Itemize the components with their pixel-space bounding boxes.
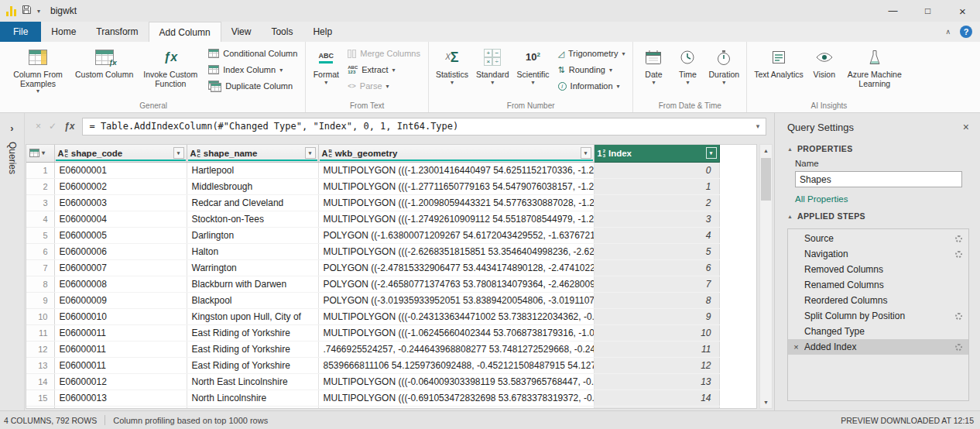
cell-shape-code[interactable]: E06000010 — [54, 308, 187, 324]
column-from-examples-button[interactable]: Column From Examples ▾ — [5, 43, 71, 95]
cell-wkb-geometry[interactable]: MULTIPOLYGON (((-2.6268351815851 53.3546… — [318, 243, 594, 259]
column-header-index[interactable]: 123 Index ▾ — [594, 145, 719, 162]
cell-index[interactable]: 2 — [594, 194, 719, 211]
gear-icon[interactable] — [955, 313, 962, 320]
tab-add-column[interactable]: Add Column — [149, 22, 221, 42]
tab-file[interactable]: File — [0, 22, 41, 42]
cell-shape-name[interactable]: Hartlepool — [187, 162, 318, 178]
tab-tools[interactable]: Tools — [261, 22, 303, 42]
cell-shape-name[interactable]: Blackpool — [187, 292, 318, 308]
cell-shape-code[interactable]: E06000004 — [54, 211, 187, 227]
filter-button[interactable]: ▾ — [305, 147, 316, 159]
cell-index[interactable]: 11 — [594, 341, 719, 357]
cell-index[interactable]: 10 — [594, 324, 719, 341]
cell-wkb-geometry[interactable]: POLYGON ((-1.03446400000363 54.053035603… — [318, 406, 594, 409]
cell-shape-code[interactable]: E06000003 — [54, 194, 187, 211]
cell-wkb-geometry[interactable]: MULTIPOLYGON (((-0.243133634471002 53.73… — [318, 308, 594, 324]
cell-index[interactable]: 13 — [594, 373, 719, 390]
cell-shape-name[interactable]: Middlesbrough — [187, 178, 318, 194]
rounding-button[interactable]: ⇅ Rounding ▾ — [553, 63, 630, 77]
extract-button[interactable]: ABC123 Extract ▾ — [343, 63, 425, 77]
row-number[interactable]: 5 — [26, 227, 54, 243]
row-number[interactable]: 4 — [26, 211, 54, 227]
cell-wkb-geometry[interactable]: MULTIPOLYGON (((-0.064009303398119 53.58… — [318, 373, 594, 390]
scroll-up-icon[interactable]: ▲ — [760, 145, 772, 156]
gear-icon[interactable] — [955, 251, 962, 258]
applied-step[interactable]: Changed Type — [788, 324, 968, 339]
tab-view[interactable]: View — [221, 22, 262, 42]
index-column-button[interactable]: Index Column ▾ — [204, 63, 302, 77]
formula-text[interactable]: = Table.AddIndexColumn(#"Changed Type", … — [89, 121, 750, 132]
cell-shape-code[interactable]: E06000011 — [54, 357, 187, 373]
duplicate-column-button[interactable]: Duplicate Column — [204, 79, 302, 93]
cell-index[interactable]: 8 — [594, 292, 719, 308]
cell-shape-code[interactable]: E06000005 — [54, 227, 187, 243]
cancel-formula-icon[interactable]: × — [36, 121, 41, 132]
cell-index[interactable]: 5 — [594, 243, 719, 259]
column-profiling-status[interactable]: Column profiling based on top 1000 rows — [113, 416, 268, 425]
help-icon[interactable]: ? — [960, 26, 972, 38]
filter-button[interactable]: ▾ — [706, 147, 717, 159]
applied-step[interactable]: Reordered Columns — [788, 293, 968, 308]
invoke-custom-function-button[interactable]: ƒx Invoke Custom Function — [137, 43, 204, 89]
statistics-button[interactable]: XΣ Statistics ▾ — [432, 43, 472, 87]
gear-icon[interactable] — [955, 344, 962, 351]
minimize-button[interactable]: — — [875, 0, 910, 22]
cell-index[interactable]: 15 — [594, 406, 719, 409]
information-button[interactable]: i Information ▾ — [553, 79, 630, 93]
format-button[interactable]: ABC Format ▾ — [309, 43, 343, 87]
query-name-input[interactable] — [795, 171, 962, 187]
cell-shape-code[interactable]: E06000002 — [54, 178, 187, 194]
tab-transform[interactable]: Transform — [86, 22, 148, 42]
cell-shape-code[interactable]: E06000012 — [54, 373, 187, 390]
vision-button[interactable]: Vision — [807, 43, 841, 81]
column-header-wkb-geometry[interactable]: ABC wkb_geometry ▾ — [318, 145, 594, 162]
applied-step[interactable]: Removed Columns — [788, 262, 968, 277]
cell-index[interactable]: 4 — [594, 227, 719, 243]
maximize-button[interactable]: □ — [910, 0, 945, 22]
applied-step[interactable]: Renamed Columns — [788, 277, 968, 293]
row-number[interactable]: 11 — [26, 324, 54, 341]
azure-machine-learning-button[interactable]: Azure Machine Learning — [841, 43, 908, 89]
cell-shape-code[interactable]: E06000001 — [54, 162, 187, 178]
row-number[interactable]: 16 — [26, 406, 54, 409]
commit-formula-icon[interactable]: ✓ — [49, 121, 57, 132]
expand-queries-icon[interactable]: › — [10, 122, 13, 134]
row-number[interactable]: 15 — [26, 390, 54, 406]
filter-button[interactable]: ▾ — [173, 147, 184, 159]
cell-shape-code[interactable]: E06000006 — [54, 243, 187, 259]
trigonometry-button[interactable]: ◿ Trigonometry ▾ — [553, 46, 630, 60]
row-number[interactable]: 6 — [26, 243, 54, 259]
cell-shape-name[interactable]: York — [187, 406, 318, 409]
expand-formula-bar-icon[interactable]: ▾ — [750, 118, 766, 135]
close-button[interactable]: × — [945, 0, 980, 22]
row-number[interactable]: 2 — [26, 178, 54, 194]
gear-icon[interactable] — [955, 235, 962, 242]
collapse-section-icon[interactable]: ▲ — [787, 214, 793, 219]
cell-index[interactable]: 7 — [594, 276, 719, 292]
properties-section-header[interactable]: ▲ PROPERTIES — [775, 139, 980, 156]
cell-wkb-geometry[interactable]: .7466925524257, -0.244643968808277 53.74… — [318, 341, 594, 357]
cell-shape-name[interactable]: Warrington — [187, 259, 318, 276]
conditional-column-button[interactable]: Conditional Column — [204, 46, 302, 60]
save-icon[interactable] — [22, 4, 32, 18]
row-number[interactable]: 14 — [26, 373, 54, 390]
delete-step-icon[interactable]: × — [788, 342, 804, 352]
date-button[interactable]: Date ▾ — [636, 43, 670, 87]
custom-column-button[interactable]: ƒx Custom Column — [71, 43, 137, 81]
cell-shape-name[interactable]: East Riding of Yorkshire — [187, 324, 318, 341]
filter-button[interactable]: ▾ — [581, 147, 591, 159]
cell-index[interactable]: 1 — [594, 178, 719, 194]
cell-wkb-geometry[interactable]: POLYGON ((-1.63800071209267 54.617204342… — [318, 227, 594, 243]
formula-input[interactable]: = Table.AddIndexColumn(#"Changed Type", … — [82, 118, 766, 136]
cell-shape-code[interactable]: E06000008 — [54, 276, 187, 292]
row-number[interactable]: 12 — [26, 341, 54, 357]
cell-wkb-geometry[interactable]: MULTIPOLYGON (((-1.23001416440497 54.625… — [318, 162, 594, 178]
cell-shape-code[interactable]: E06000009 — [54, 292, 187, 308]
cell-shape-name[interactable]: North East Lincolnshire — [187, 373, 318, 390]
column-header-shape-name[interactable]: ABC shape_name ▾ — [187, 145, 318, 162]
row-number[interactable]: 8 — [26, 276, 54, 292]
cell-shape-code[interactable]: E06000014 — [54, 406, 187, 409]
cell-shape-code[interactable]: E06000011 — [54, 341, 187, 357]
collapse-ribbon-icon[interactable]: ∧ — [945, 28, 951, 36]
